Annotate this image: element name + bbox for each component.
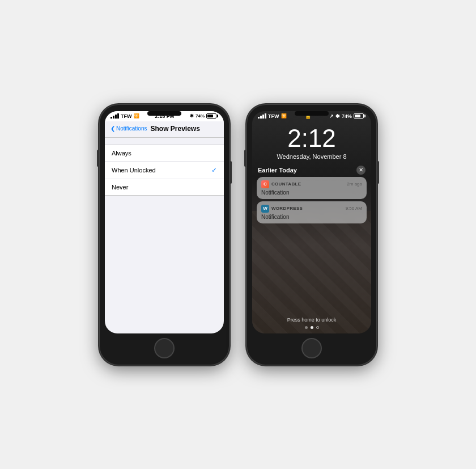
- wordpress-notif-message: Notification: [261, 214, 362, 220]
- wifi-icon: 🛜: [134, 113, 139, 119]
- status-bar-right: ✱ 74%: [190, 113, 218, 119]
- wordpress-notif-time: 9:50 AM: [346, 206, 362, 211]
- notification-countable[interactable]: C COUNTABLE 2m ago Notification: [257, 177, 367, 199]
- battery-pct-label: 74%: [196, 113, 205, 119]
- phone-notch-2: [295, 111, 329, 116]
- wordpress-app-name: WORDPRESS: [271, 206, 303, 211]
- phone-settings: TFW 🛜 2:15 PM ✱ 74%: [99, 104, 230, 365]
- countable-app-icon: C: [261, 180, 269, 188]
- lock-screen: TFW 🛜 🔒 ↗ ✱ 74% 2:12: [252, 111, 371, 333]
- notif-app-info-2: W WORDPRESS: [261, 205, 303, 213]
- status-bar-left: TFW 🛜: [110, 113, 139, 119]
- lock-bg-pattern: [252, 211, 371, 333]
- press-home-label: Press home to unlock: [287, 317, 337, 323]
- page-dot-1: [305, 326, 308, 329]
- notif-app-info-1: C COUNTABLE: [261, 180, 301, 188]
- back-chevron-icon: ❮: [110, 125, 115, 132]
- lock-status-left: TFW 🛜: [258, 113, 287, 119]
- settings-screen: TFW 🛜 2:15 PM ✱ 74%: [105, 111, 224, 333]
- option-never[interactable]: Never: [105, 179, 224, 195]
- lock-signal-bars: [258, 113, 266, 119]
- notifications-area: Earlier Today ✕ C COUNTABLE 2m ago Notif…: [252, 166, 371, 226]
- option-when-unlocked-label: When Unlocked: [112, 167, 156, 174]
- countable-notif-message: Notification: [261, 189, 362, 196]
- option-always[interactable]: Always: [105, 145, 224, 162]
- option-never-label: Never: [112, 184, 128, 191]
- back-label: Notifications: [116, 125, 147, 132]
- notif-group-header: Earlier Today ✕: [257, 166, 367, 175]
- back-button[interactable]: ❮ Notifications: [110, 125, 147, 132]
- options-list: Always When Unlocked ✓ Never: [105, 145, 224, 196]
- lock-wifi-icon: 🛜: [281, 113, 287, 119]
- lock-date: Wednesday, November 8: [252, 153, 371, 160]
- lock-battery-pct-label: 74%: [342, 113, 352, 119]
- notif-card-header-2: W WORDPRESS 9:50 AM: [261, 205, 362, 213]
- wordpress-app-icon: W: [261, 205, 269, 213]
- navigation-bar: ❮ Notifications Show Previews: [105, 121, 224, 138]
- notif-card-header-1: C COUNTABLE 2m ago: [261, 180, 362, 188]
- lock-bluetooth-icon: ✱: [335, 113, 340, 119]
- page-dot-3: [316, 326, 319, 329]
- page-dots: [305, 326, 319, 329]
- signal-bars: [110, 113, 119, 119]
- option-when-unlocked[interactable]: When Unlocked ✓: [105, 162, 224, 179]
- lock-gps-icon: ↗: [329, 113, 334, 119]
- notif-close-button[interactable]: ✕: [356, 166, 366, 175]
- page-title: Show Previews: [150, 125, 199, 133]
- page-dot-2: [311, 326, 313, 329]
- phone-notch: [147, 111, 181, 116]
- lock-carrier-label: TFW: [268, 113, 279, 119]
- countable-app-name: COUNTABLE: [271, 181, 301, 187]
- home-button[interactable]: [154, 338, 175, 358]
- lock-bottom: Press home to unlock: [252, 317, 371, 333]
- lock-battery-indicator: [354, 113, 366, 119]
- battery-indicator: [206, 113, 218, 119]
- option-always-label: Always: [112, 150, 131, 157]
- lock-status-right: ↗ ✱ 74%: [329, 113, 366, 119]
- home-button-2[interactable]: [301, 338, 322, 358]
- carrier-label: TFW: [121, 113, 132, 119]
- bluetooth-icon: ✱: [190, 113, 194, 119]
- countable-notif-time: 2m ago: [347, 181, 362, 187]
- notif-group-title: Earlier Today: [258, 167, 297, 174]
- notification-wordpress[interactable]: W WORDPRESS 9:50 AM Notification: [257, 201, 367, 223]
- lock-time: 2:12: [252, 126, 371, 151]
- phone-lockscreen: TFW 🛜 🔒 ↗ ✱ 74% 2:12: [246, 104, 377, 365]
- checkmark-icon: ✓: [211, 166, 217, 174]
